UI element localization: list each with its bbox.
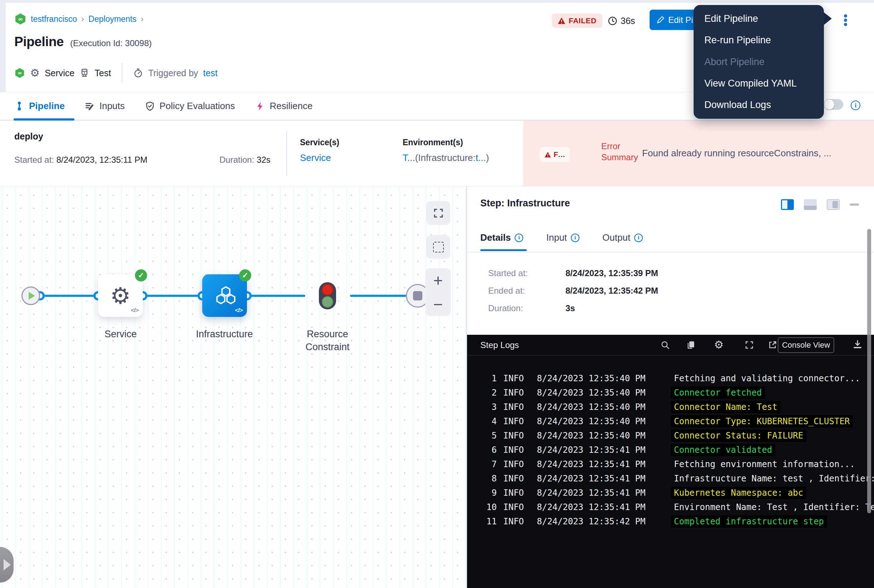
elapsed-time: 36s — [608, 16, 635, 26]
active-tab-underline — [480, 249, 527, 251]
more-options-button[interactable] — [844, 14, 847, 26]
menu-item-view-compiled-yaml[interactable]: View Compiled YAML — [693, 73, 824, 94]
pipeline-actions-menu: Edit PipelineRe-run PipelineAbort Pipeli… — [693, 5, 824, 119]
info-icon[interactable]: i — [514, 234, 523, 242]
canvas-zoom-controls: + − — [425, 268, 451, 316]
environments-block: Environment(s) T...(Infrastructure:t...) — [403, 138, 489, 164]
pipeline-meta-row: ∞ ⚙ Service Test Triggered by test — [14, 63, 218, 83]
tab-output[interactable]: Output i — [602, 232, 643, 243]
log-lines[interactable]: 1INFO8/24/2023 12:35:40 PMFetching and v… — [467, 356, 874, 529]
tab-label: Policy Evaluations — [159, 100, 235, 112]
log-settings-icon[interactable]: ⚙ — [714, 338, 724, 351]
tab-label: Input — [546, 232, 567, 243]
zoom-out-button[interactable]: − — [425, 292, 451, 316]
bottom-view-button[interactable] — [804, 199, 817, 210]
duration-value: 32s — [257, 155, 271, 165]
error-summary-message: Found already running resourceConstrains… — [642, 120, 872, 186]
harness-module-icon: ∞ — [14, 68, 25, 78]
started-at-label: Started at: — [14, 155, 54, 165]
triggered-by-user-link[interactable]: test — [203, 68, 218, 78]
node-infrastructure[interactable]: </> ✓ — [202, 274, 247, 317]
environment-link[interactable]: T... — [403, 152, 415, 163]
step-panel-tabs: Details i Input i Output i — [480, 232, 643, 243]
node-resource-constraint[interactable] — [319, 282, 336, 309]
svg-text:∞: ∞ — [18, 70, 22, 76]
error-chip-label: F… — [554, 151, 565, 159]
tab-resilience[interactable]: Resilience — [255, 100, 313, 112]
marquee-select-icon — [433, 242, 444, 252]
service-link[interactable]: Service — [300, 152, 331, 163]
clock-icon — [608, 16, 617, 26]
page-title: Pipeline — [14, 34, 64, 50]
zoom-in-button[interactable]: + — [425, 268, 451, 292]
environment-infra-text: (Infrastructure: — [415, 152, 476, 163]
duration-label: Duration: — [220, 155, 254, 165]
tab-inputs[interactable]: Inputs — [85, 100, 125, 112]
download-logs-icon[interactable] — [853, 339, 862, 350]
menu-item-abort-pipeline: Abort Pipeline — [693, 51, 824, 73]
window-edge-top — [0, 0, 874, 3]
log-line: 3INFO8/24/2023 12:35:40 PMConnector Name… — [467, 400, 874, 414]
menu-item-edit-pipeline[interactable]: Edit Pipeline — [693, 8, 824, 29]
edge-infra-rc — [247, 295, 305, 297]
node-service[interactable]: ⚙ </> ✓ — [98, 274, 143, 317]
triggered-by-label: Triggered by — [148, 68, 198, 78]
panel-scrollbar[interactable] — [867, 229, 871, 513]
service-gear-icon: ⚙ — [30, 68, 40, 78]
console-view-button[interactable]: Console View — [778, 337, 834, 353]
environments-label: Environment(s) — [403, 138, 489, 147]
log-line: 1INFO8/24/2023 12:35:40 PMFetching and v… — [467, 371, 874, 386]
right-view-button[interactable] — [827, 199, 839, 210]
step-logs-panel: Step Logs ⚙ Console View 1INFO8/24/2023 … — [467, 335, 874, 588]
infrastructure-link[interactable]: t... — [476, 152, 486, 163]
tab-details[interactable]: Details i — [480, 232, 523, 243]
traffic-red-light — [322, 284, 333, 296]
search-icon[interactable] — [660, 340, 670, 350]
stage-divider — [286, 131, 287, 176]
success-check-icon: ✓ — [239, 269, 251, 282]
expand-logs-icon[interactable] — [745, 340, 754, 350]
info-icon[interactable]: i — [851, 100, 860, 110]
canvas-select-button[interactable] — [426, 235, 450, 259]
breadcrumb-separator-icon: › — [81, 14, 84, 24]
meta-environment-label: Test — [95, 68, 111, 78]
detail-value: 8/24/2023, 12:35:42 PM — [566, 285, 658, 296]
start-node[interactable] — [21, 286, 40, 305]
step-panel-title: Step: Infrastructure — [480, 198, 570, 209]
log-line: 11INFO8/24/2023 12:35:42 PMCompleted inf… — [467, 514, 874, 529]
tab-policy-evaluations[interactable]: Policy Evaluations — [145, 100, 235, 112]
toggle-knob — [824, 99, 835, 110]
step-logs-title: Step Logs — [480, 340, 519, 350]
info-icon[interactable]: i — [571, 234, 579, 242]
breadcrumb-account-link[interactable]: testfrancisco — [31, 14, 77, 24]
view-toggle-switch[interactable] — [824, 99, 843, 110]
info-icon[interactable]: i — [634, 234, 643, 242]
inputs-icon — [85, 101, 95, 111]
breadcrumb-separator-icon: › — [141, 14, 143, 24]
pipeline-canvas[interactable]: ⚙ </> ✓ </> ✓ Service Infrastructure Res… — [0, 186, 466, 588]
canvas-fullscreen-button[interactable] — [426, 201, 450, 225]
breadcrumb-deployments-link[interactable]: Deployments — [89, 14, 136, 24]
tab-label: Output — [602, 232, 630, 243]
menu-item-re-run-pipeline[interactable]: Re-run Pipeline — [693, 29, 824, 51]
resilience-icon — [255, 101, 265, 111]
tab-label: Inputs — [99, 100, 125, 112]
tab-pipeline[interactable]: Pipeline — [14, 100, 65, 112]
expand-left-panel-handle[interactable] — [0, 547, 14, 583]
log-line: 7INFO8/24/2023 12:35:41 PMFetching envir… — [467, 457, 874, 471]
minimize-panel-button[interactable] — [850, 204, 859, 206]
harness-project-icon: ∞ — [14, 13, 27, 25]
copy-icon[interactable] — [686, 340, 696, 350]
elapsed-time-value: 36s — [621, 16, 635, 26]
play-icon — [29, 292, 35, 300]
tab-input[interactable]: Input i — [546, 232, 579, 243]
menu-pointer-arrow — [823, 12, 832, 26]
stop-icon — [413, 291, 422, 300]
status-badge: FAILED — [552, 14, 602, 28]
detail-value: 3s — [566, 303, 575, 314]
split-view-button[interactable] — [781, 199, 794, 210]
open-external-icon[interactable] — [768, 340, 777, 350]
menu-item-download-logs[interactable]: Download Logs — [693, 94, 824, 116]
fullscreen-icon — [433, 207, 444, 219]
log-line: 8INFO8/24/2023 12:35:41 PMInfrastructure… — [467, 471, 874, 486]
